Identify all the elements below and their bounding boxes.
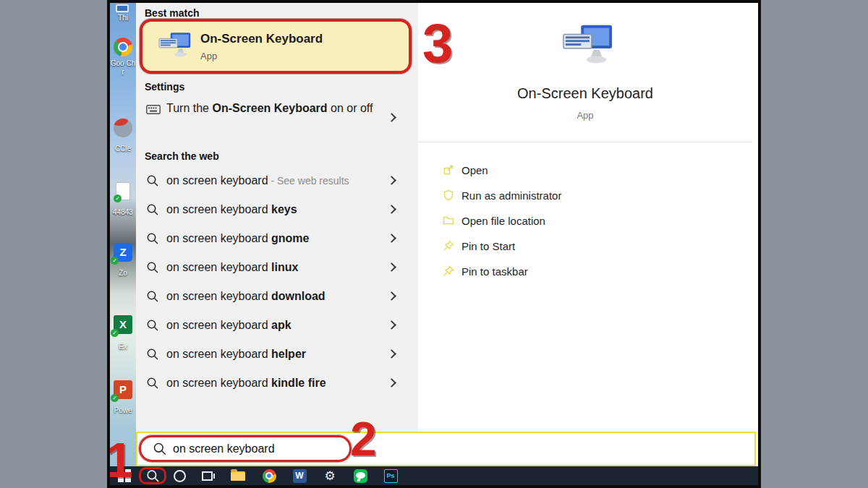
app-title: On-Screen Keyboard	[418, 85, 752, 102]
run-as-administrator-icon	[443, 189, 454, 201]
suggestion-bold: download	[271, 290, 326, 302]
web-suggestions-list: on screen keyboard - See web results on …	[136, 166, 418, 398]
google-chrome-icon[interactable]	[114, 38, 132, 56]
suggestion-text: on screen keyboard helper	[166, 348, 306, 361]
zalo-glyph: Z	[119, 246, 126, 258]
powerpoint-icon[interactable]: P ✓	[114, 380, 132, 399]
suggestion-text: on screen keyboard - See web results	[166, 174, 349, 187]
search-results-panel: Best match On-Screen Keyboard App Settin…	[136, 3, 418, 432]
pin-to-start-icon	[443, 240, 454, 252]
search-the-web-header: Search the web	[145, 150, 219, 162]
excel-icon[interactable]: X ✓	[114, 315, 132, 334]
desktop-icon-label: Powe	[110, 406, 136, 415]
chevron-right-icon[interactable]	[387, 378, 396, 388]
action-label: Open	[461, 164, 488, 176]
suggestion-text: on screen keyboard download	[166, 290, 326, 303]
check-badge-icon: ✓	[114, 194, 122, 202]
suggestion-base: on screen keyboard	[166, 174, 268, 187]
web-suggestion[interactable]: on screen keyboard apk	[136, 311, 418, 340]
divider	[418, 142, 752, 142]
web-suggestion[interactable]: on screen keyboard download	[136, 282, 418, 311]
search-icon	[146, 348, 159, 361]
suggestion-note: - See web results	[268, 175, 349, 187]
photoshop-button[interactable]: Ps	[382, 466, 399, 485]
settings-text-bold: On-Screen Keyboard	[212, 102, 327, 114]
annotation-step-1: 1	[110, 435, 133, 484]
powerpoint-glyph: P	[119, 383, 127, 395]
suggestion-text: on screen keyboard linux	[166, 261, 298, 274]
best-match-title: On-Screen Keyboard	[200, 32, 323, 46]
chevron-right-icon[interactable]	[387, 176, 396, 185]
folder-icon	[231, 471, 245, 481]
suggestion-base: on screen keyboard	[166, 290, 271, 302]
screenshot-frame: Thi Goo Chr CCle ✓ 44843 Z ✓ Zo X ✓ Ex P…	[107, 0, 761, 488]
cortana-icon	[174, 470, 186, 482]
search-icon	[146, 290, 159, 303]
web-suggestion[interactable]: on screen keyboard keys	[136, 195, 418, 224]
search-input[interactable]	[173, 442, 332, 455]
best-match-result[interactable]: On-Screen Keyboard App	[140, 19, 412, 74]
action-pin-to-taskbar[interactable]: Pin to taskbar	[418, 259, 752, 284]
word-button[interactable]: W	[291, 466, 308, 485]
suggestion-bold: apk	[271, 319, 292, 331]
action-label: Open file location	[461, 215, 545, 227]
chevron-right-icon[interactable]	[387, 262, 396, 272]
task-view-button[interactable]	[197, 466, 216, 485]
chrome-button[interactable]	[260, 466, 278, 485]
this-pc-icon[interactable]	[116, 4, 129, 12]
annotation-step-2: 2	[350, 415, 377, 463]
action-pin-to-start[interactable]: Pin to Start	[418, 234, 752, 259]
settings-text-prefix: Turn the	[166, 102, 212, 114]
pin-to-taskbar-icon	[443, 265, 454, 277]
settings-result[interactable]: Turn the On-Screen Keyboard on or off	[136, 97, 418, 142]
suggestion-base: on screen keyboard	[166, 261, 271, 273]
suggestion-base: on screen keyboard	[166, 203, 271, 215]
best-match-header: Best match	[145, 7, 199, 19]
web-suggestion[interactable]: on screen keyboard linux	[136, 253, 418, 282]
action-open-file-location[interactable]: Open file location	[418, 208, 752, 234]
chevron-right-icon[interactable]	[387, 205, 396, 214]
search-icon	[146, 261, 159, 274]
chevron-right-icon[interactable]	[387, 234, 396, 243]
open-file-location-icon	[443, 215, 454, 226]
taskbar-search-bar[interactable]	[136, 432, 756, 466]
document-icon[interactable]: ✓	[116, 182, 130, 200]
web-suggestion[interactable]: on screen keyboard - See web results	[136, 166, 418, 195]
desktop-wallpaper: Thi Goo Chr CCle ✓ 44843 Z ✓ Zo X ✓ Ex P…	[110, 3, 136, 466]
zalo-icon[interactable]: Z ✓	[114, 243, 132, 262]
cortana-button[interactable]	[171, 466, 188, 485]
settings-button[interactable]: ⚙	[321, 466, 339, 485]
web-suggestion[interactable]: on screen keyboard kindle fire	[136, 369, 418, 398]
suggestion-bold: gnome	[271, 232, 309, 244]
app-detail-panel: On-Screen Keyboard App Open Run as admin…	[418, 3, 758, 432]
chevron-right-icon[interactable]	[387, 113, 396, 122]
line-app-button[interactable]	[352, 466, 369, 485]
chevron-right-icon[interactable]	[387, 349, 396, 359]
suggestion-text: on screen keyboard apk	[166, 319, 292, 332]
best-match-text: On-Screen Keyboard App	[200, 32, 323, 61]
ccleaner-icon[interactable]	[114, 119, 132, 137]
excel-glyph: X	[119, 318, 127, 330]
settings-text-suffix: on or off	[328, 102, 373, 114]
search-icon	[153, 442, 167, 456]
word-icon: W	[293, 469, 307, 483]
annotation-step-3: 3	[422, 16, 453, 71]
chevron-right-icon[interactable]	[387, 291, 396, 301]
web-suggestion[interactable]: on screen keyboard helper	[136, 340, 418, 369]
action-open[interactable]: Open	[418, 158, 752, 183]
settings-header: Settings	[145, 81, 184, 93]
desktop-icon-label: Ex	[110, 343, 136, 351]
chevron-right-icon[interactable]	[387, 320, 396, 330]
file-explorer-button[interactable]	[229, 466, 247, 485]
action-run-as-administrator[interactable]: Run as administrator	[418, 183, 752, 208]
action-label: Run as administrator	[461, 189, 561, 202]
search-icon	[146, 319, 159, 332]
suggestion-base: on screen keyboard	[166, 232, 271, 244]
web-suggestion[interactable]: on screen keyboard gnome	[136, 224, 418, 253]
photoshop-icon: Ps	[384, 469, 398, 483]
suggestion-bold: linux	[271, 261, 298, 273]
action-label: Pin to Start	[461, 240, 515, 252]
suggestion-bold: helper	[271, 348, 306, 360]
check-badge-icon: ✓	[111, 394, 119, 402]
gear-icon: ⚙	[324, 470, 335, 482]
